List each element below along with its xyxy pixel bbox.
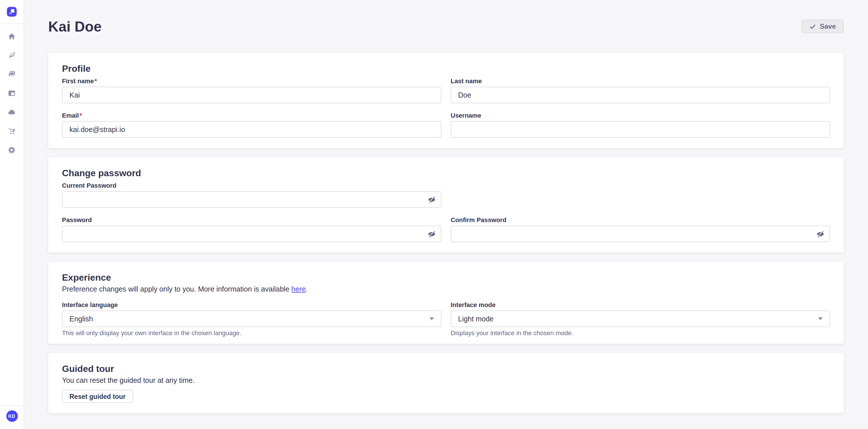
app-root: KD Kai Doe Save Profile First name* Last… [0, 0, 868, 429]
last-name-input[interactable] [451, 87, 830, 103]
chevron-down-icon [818, 318, 823, 320]
interface-language-hint: This will only display your own interfac… [62, 329, 441, 337]
password-input[interactable] [62, 226, 441, 242]
email-field: Email* [62, 111, 441, 138]
user-avatar[interactable]: KD [6, 410, 18, 422]
sidebar-item-media-library[interactable] [8, 71, 16, 78]
interface-mode-hint: Displays your interface in the chosen mo… [451, 329, 830, 337]
page-title: Kai Doe [48, 17, 102, 36]
password-label: Password [62, 216, 441, 224]
guided-tour-description: You can reset the guided tour at any tim… [62, 376, 830, 385]
confirm-password-label: Confirm Password [451, 216, 830, 224]
confirm-password-field: Confirm Password [451, 216, 830, 242]
interface-language-value: English [69, 315, 93, 323]
username-field: Username [451, 111, 830, 138]
change-password-card: Change password Current Password Passwor… [48, 157, 844, 253]
sidebar-divider [0, 405, 24, 406]
current-password-field: Current Password [62, 182, 441, 208]
change-password-grid: Current Password Password [62, 182, 830, 242]
experience-card: Experience Preference changes will apply… [48, 262, 844, 344]
first-name-label: First name* [62, 77, 441, 85]
eye-off-icon [428, 230, 436, 238]
content-type-builder-icon [8, 90, 16, 97]
profile-heading: Profile [62, 63, 830, 75]
page-header: Kai Doe Save [48, 17, 844, 36]
sidebar-item-content-type-builder[interactable] [8, 90, 16, 97]
profile-grid: First name* Last name Email* Username [62, 77, 830, 138]
experience-grid: Interface language English This will onl… [62, 301, 830, 337]
here-link[interactable]: here [291, 285, 306, 293]
last-name-field: Last name [451, 77, 830, 103]
sidebar-nav [0, 24, 24, 154]
experience-heading: Experience [62, 272, 830, 284]
confirm-password-input[interactable] [451, 226, 830, 242]
change-password-heading: Change password [62, 168, 830, 179]
username-input[interactable] [451, 121, 830, 138]
interface-mode-label: Interface mode [451, 301, 830, 309]
sidebar-item-cloud[interactable] [8, 108, 16, 116]
eye-off-icon [428, 195, 436, 203]
experience-description: Preference changes will apply only to yo… [62, 285, 830, 294]
sidebar-item-settings[interactable] [8, 146, 16, 154]
sidebar-item-content-manager[interactable] [8, 52, 16, 59]
content-manager-icon [8, 52, 16, 59]
first-name-field: First name* [62, 77, 441, 103]
profile-card: Profile First name* Last name Email* Use… [48, 53, 844, 148]
logo-area [0, 0, 24, 24]
toggle-password-visibility-button[interactable] [427, 229, 436, 238]
eye-off-icon [816, 230, 825, 238]
current-password-input[interactable] [62, 191, 441, 208]
toggle-current-password-visibility-button[interactable] [427, 195, 436, 204]
interface-language-select[interactable]: English [62, 310, 441, 327]
email-input[interactable] [62, 121, 441, 138]
required-asterisk: * [94, 77, 97, 85]
sidebar-footer: KD [0, 405, 24, 429]
empty-cell [451, 182, 830, 208]
password-input-wrap [62, 226, 441, 242]
interface-mode-select[interactable]: Light mode [451, 310, 830, 327]
first-name-label-text: First name [62, 77, 94, 85]
toggle-confirm-password-visibility-button[interactable] [816, 229, 825, 238]
current-password-label: Current Password [62, 182, 441, 189]
last-name-label: Last name [451, 77, 830, 85]
interface-language-label: Interface language [62, 301, 441, 309]
reset-guided-tour-button[interactable]: Reset guided tour [62, 390, 133, 403]
required-asterisk: * [80, 112, 82, 119]
interface-mode-value: Light mode [458, 315, 494, 323]
settings-icon [8, 146, 16, 154]
save-button[interactable]: Save [801, 20, 844, 33]
confirm-password-input-wrap [451, 226, 830, 242]
cloud-icon [8, 108, 16, 116]
media-library-icon [8, 71, 16, 78]
save-button-label: Save [820, 22, 836, 30]
strapi-logo-icon[interactable] [7, 7, 17, 16]
password-field: Password [62, 216, 441, 242]
current-password-input-wrap [62, 191, 441, 208]
interface-mode-field: Interface mode Light mode Displays your … [451, 301, 830, 337]
sidebar: KD [0, 0, 24, 429]
sidebar-item-home[interactable] [8, 33, 16, 40]
sidebar-item-marketplace[interactable] [8, 127, 16, 135]
guided-tour-heading: Guided tour [62, 363, 830, 375]
email-label-text: Email [62, 112, 79, 119]
experience-description-text: Preference changes will apply only to yo… [62, 285, 291, 293]
guided-tour-card: Guided tour You can reset the guided tou… [48, 353, 844, 413]
home-icon [8, 33, 16, 40]
username-label: Username [451, 111, 830, 120]
main-content: Kai Doe Save Profile First name* Last na… [24, 0, 868, 429]
interface-language-field: Interface language English This will onl… [62, 301, 441, 337]
email-label: Email* [62, 111, 441, 120]
chevron-down-icon [429, 318, 434, 320]
experience-description-period: . [306, 285, 308, 293]
check-icon [809, 23, 816, 30]
first-name-input[interactable] [62, 87, 441, 103]
marketplace-icon [8, 127, 16, 135]
